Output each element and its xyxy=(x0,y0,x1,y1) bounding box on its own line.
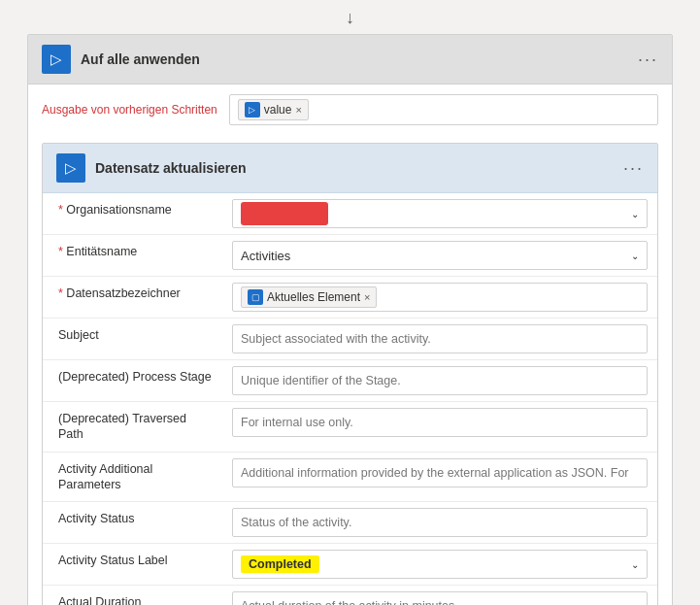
field-value-datensatz[interactable]: ▢ Aktuelles Element × xyxy=(222,277,657,318)
field-label-actual-duration: Actual Duration xyxy=(43,586,222,605)
actual-duration-input[interactable] xyxy=(232,591,648,605)
field-row-activity-status-label: Activity Status Label Completed ⌄ xyxy=(43,544,657,586)
field-row-entity: * Entitätsname Activities ⌄ xyxy=(43,235,657,277)
field-label-traversed-path: (Deprecated) Traversed Path xyxy=(43,402,222,452)
field-label-activity-status-label: Activity Status Label xyxy=(43,544,222,577)
field-label-activity-params: Activity Additional Parameters xyxy=(43,453,222,502)
field-row-actual-duration: Actual Duration xyxy=(43,586,657,605)
outer-card-header-left: ▷ Auf alle anwenden xyxy=(42,45,200,74)
field-label-entity: * Entitätsname xyxy=(43,235,222,268)
value-token-close[interactable]: × xyxy=(295,104,301,116)
org-dropdown-arrow: ⌄ xyxy=(631,209,639,219)
field-value-actual-duration[interactable] xyxy=(222,586,657,605)
activity-params-input[interactable] xyxy=(232,458,648,487)
entity-dropdown-arrow: ⌄ xyxy=(631,251,639,261)
field-row-activity-status: Activity Status xyxy=(43,502,657,544)
inner-card-icon: ▷ xyxy=(56,153,85,183)
field-value-activity-status-label[interactable]: Completed ⌄ xyxy=(222,544,657,585)
field-value-activity-params[interactable] xyxy=(222,453,657,493)
field-value-org[interactable]: ⌄ xyxy=(222,193,657,234)
datensatz-input-area[interactable]: ▢ Aktuelles Element × xyxy=(232,283,648,312)
org-redacted-value xyxy=(241,202,328,225)
value-token-label: value xyxy=(264,103,292,117)
value-token-icon: ▷ xyxy=(245,102,260,118)
fields-container: * Organisationsname ⌄ * Entitätsname Act… xyxy=(43,193,657,605)
field-row-datensatz: * Datensatzbezeichner ▢ Aktuelles Elemen… xyxy=(43,277,657,319)
field-row-org: * Organisationsname ⌄ xyxy=(43,193,657,235)
field-label-org: * Organisationsname xyxy=(43,193,222,226)
field-row-subject: Subject xyxy=(43,319,657,360)
aktuelles-element-label: Aktuelles Element xyxy=(267,290,360,304)
ausgabe-input-area[interactable]: ▷ value × xyxy=(229,94,658,125)
field-value-process-stage[interactable] xyxy=(222,360,657,401)
field-label-process-stage: (Deprecated) Process Stage xyxy=(43,360,222,393)
inner-card-title: Datensatz aktualisieren xyxy=(95,160,247,176)
field-row-process-stage: (Deprecated) Process Stage xyxy=(43,360,657,402)
value-token: ▷ value × xyxy=(238,99,309,120)
aktuelles-element-icon: ▢ xyxy=(248,289,263,305)
field-value-traversed-path[interactable] xyxy=(222,402,657,443)
field-value-entity[interactable]: Activities ⌄ xyxy=(222,235,657,276)
field-value-subject[interactable] xyxy=(222,319,657,359)
outer-card-menu-button[interactable]: ··· xyxy=(638,50,658,70)
outer-card-title: Auf alle anwenden xyxy=(81,51,200,67)
field-value-activity-status[interactable] xyxy=(222,502,657,543)
field-row-traversed-path: (Deprecated) Traversed Path xyxy=(43,402,657,453)
ausgabe-label: Ausgabe von vorherigen Schritten xyxy=(42,103,217,117)
org-dropdown[interactable]: ⌄ xyxy=(232,199,648,228)
inner-card-header: ▷ Datensatz aktualisieren ··· xyxy=(43,144,657,193)
inner-card: ▷ Datensatz aktualisieren ··· * Organisa… xyxy=(42,143,658,605)
arrow-down-icon: ↓ xyxy=(0,0,700,34)
process-stage-input[interactable] xyxy=(232,366,648,395)
field-label-subject: Subject xyxy=(43,319,222,352)
activity-status-label-arrow: ⌄ xyxy=(631,559,639,570)
activity-status-label-dropdown[interactable]: Completed ⌄ xyxy=(232,550,648,579)
entity-dropdown[interactable]: Activities ⌄ xyxy=(232,241,648,270)
field-label-activity-status: Activity Status xyxy=(43,502,222,535)
traversed-path-input[interactable] xyxy=(232,408,648,437)
subject-input[interactable] xyxy=(232,324,648,353)
aktuelles-element-close[interactable]: × xyxy=(364,291,370,303)
entity-dropdown-value: Activities xyxy=(241,249,290,263)
activity-status-label-value: Completed xyxy=(241,555,319,573)
activity-status-input[interactable] xyxy=(232,508,648,537)
inner-card-header-left: ▷ Datensatz aktualisieren xyxy=(56,153,247,183)
outer-card-icon: ▷ xyxy=(42,45,71,74)
outer-card-header: ▷ Auf alle anwenden ··· xyxy=(28,35,672,84)
aktuelles-element-token: ▢ Aktuelles Element × xyxy=(241,286,377,308)
field-row-activity-params: Activity Additional Parameters xyxy=(43,453,657,503)
outer-card: ▷ Auf alle anwenden ··· Ausgabe von vorh… xyxy=(27,34,673,605)
inner-card-menu-button[interactable]: ··· xyxy=(623,158,644,179)
field-label-datensatz: * Datensatzbezeichner xyxy=(43,277,222,310)
